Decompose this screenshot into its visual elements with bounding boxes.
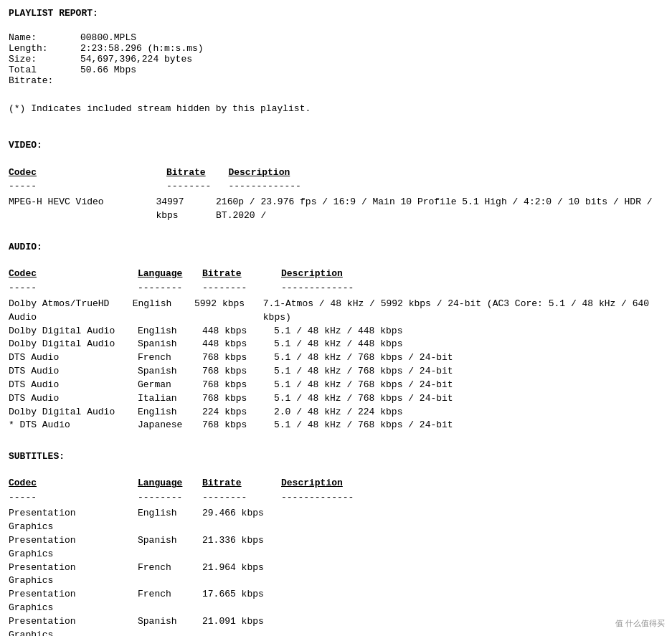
sdivider-lang: -------- [123,491,195,506]
sub-lang: Spanish [123,615,195,636]
audio-bitrate: 448 kbps [195,325,267,338]
size-label: Size: [9,54,80,65]
audio-data-row: DTS Audio Spanish 768 kbps 5.1 / 48 kHz … [9,365,663,379]
length-value: 2:23:58.296 (h:m:s.ms) [80,43,663,54]
length-row: Length: 2:23:58.296 (h:m:s.ms) [9,43,663,54]
subtitles-table: Codec Language Bitrate Description -----… [9,477,663,506]
audio-codec: Dolby Digital Audio [9,325,123,338]
audio-lang: German [123,379,195,392]
bitrate-row: Total Bitrate: 50.66 Mbps [9,65,663,86]
audio-lang: English [118,298,187,325]
audio-lang: English [123,325,195,338]
sub-codec: Presentation Graphics [9,615,123,636]
sub-bitrate: 29.466 kbps [195,507,288,534]
watermark: 值 什么值得买 [615,618,665,629]
video-col-desc: Description [214,166,663,181]
report-title: PLAYLIST REPORT: [9,7,663,20]
sdivider-desc: ------------- [274,491,663,506]
video-col-bitrate: Bitrate [123,166,214,181]
sub-col-bitrate: Bitrate [195,477,274,491]
audio-bitrate: 768 kbps [195,419,267,432]
audio-data-row: DTS Audio French 768 kbps 5.1 / 48 kHz /… [9,351,663,365]
name-label: Name: [9,32,80,43]
subtitle-data-row: Presentation Graphics French 21.964 kbps [9,561,663,589]
video-divider: ----- -------- ------------- [9,180,663,194]
audio-lang: Italian [123,392,195,406]
audio-lang: Japanese [123,419,195,432]
video-desc: 2160p / 23.976 fps / 16:9 / Main 10 Prof… [202,196,663,223]
sub-bitrate: 21.091 kbps [195,615,288,636]
audio-bitrate: 448 kbps [195,338,267,351]
bitrate-label: Total Bitrate: [9,65,80,86]
subtitle-data-row: Presentation Graphics Spanish 21.091 kbp… [9,615,663,636]
audio-lang: Spanish [123,338,195,351]
audio-bitrate: 224 kbps [195,406,267,419]
audio-codec: Dolby Digital Audio [9,406,123,419]
sub-desc [288,507,295,534]
audio-desc: 5.1 / 48 kHz / 768 kbps / 24-bit [267,419,453,432]
size-value: 54,697,396,224 bytes [80,54,663,65]
size-row: Size: 54,697,396,224 bytes [9,54,663,65]
sub-lang: Spanish [123,534,195,561]
audio-desc: 5.1 / 48 kHz / 768 kbps / 24-bit [267,351,453,365]
sub-divider: ----- -------- -------- ------------- [9,491,663,506]
video-col-headers: Codec Bitrate Description [9,166,663,181]
length-label: Length: [9,43,80,54]
sub-col-desc: Description [274,477,663,491]
sub-lang: French [123,561,195,589]
audio-desc: 5.1 / 48 kHz / 768 kbps / 24-bit [267,379,453,392]
audio-data-row: Dolby Atmos/TrueHD Audio English 5992 kb… [9,298,663,325]
bitrate-value: 50.66 Mbps [80,65,663,86]
audio-codec: DTS Audio [9,379,123,392]
audio-table: Codec Language Bitrate Description -----… [9,267,663,296]
audio-data-row: Dolby Digital Audio English 224 kbps 2.0… [9,406,663,419]
audio-desc: 5.1 / 48 kHz / 448 kbps [267,325,402,338]
audio-codec: Dolby Atmos/TrueHD Audio [9,298,118,325]
audio-section-header: AUDIO: [9,241,663,254]
audio-desc: 5.1 / 48 kHz / 768 kbps / 24-bit [267,392,453,406]
audio-bitrate: 768 kbps [195,379,267,392]
audio-rows: Dolby Atmos/TrueHD Audio English 5992 kb… [9,298,663,432]
adivider-codec: ----- [9,282,123,296]
subtitles-section-header: SUBTITLES: [9,450,663,463]
audio-col-bitrate: Bitrate [195,267,274,282]
sub-desc [288,561,295,589]
sub-lang: French [123,588,195,615]
audio-codec: DTS Audio [9,351,123,365]
audio-bitrate: 768 kbps [195,365,267,379]
name-value: 00800.MPLS [80,32,663,43]
audio-col-desc: Description [274,267,663,282]
subtitle-data-row: Presentation Graphics English 29.466 kbp… [9,507,663,534]
audio-desc: 5.1 / 48 kHz / 448 kbps [267,338,402,351]
video-codec: MPEG-H HEVC Video [9,196,113,223]
divider-desc: ------------- [214,180,663,194]
video-data-row: MPEG-H HEVC Video 34997 kbps 2160p / 23.… [9,196,663,223]
video-bitrate: 34997 kbps [113,196,202,223]
sub-codec: Presentation Graphics [9,561,123,589]
audio-col-lang: Language [123,267,195,282]
audio-data-row: Dolby Digital Audio English 448 kbps 5.1… [9,325,663,338]
name-row: Name: 00800.MPLS [9,32,663,43]
audio-divider: ----- -------- -------- ------------- [9,282,663,296]
audio-lang: Spanish [123,365,195,379]
sub-bitrate: 17.665 kbps [195,588,288,615]
report-container: PLAYLIST REPORT: Name: 00800.MPLS Length… [9,7,663,636]
sub-col-codec: Codec [9,477,123,491]
video-rows: MPEG-H HEVC Video 34997 kbps 2160p / 23.… [9,196,663,223]
sub-desc [288,615,295,636]
audio-data-row: * DTS Audio Japanese 768 kbps 5.1 / 48 k… [9,419,663,432]
audio-codec: DTS Audio [9,392,123,406]
subtitle-rows: Presentation Graphics English 29.466 kbp… [9,507,663,636]
adivider-desc: ------------- [274,282,663,296]
audio-lang: English [123,406,195,419]
audio-desc: 2.0 / 48 kHz / 224 kbps [267,406,402,419]
video-section-header: VIDEO: [9,139,663,152]
audio-codec: Dolby Digital Audio [9,338,123,351]
sdivider-bitrate: -------- [195,491,274,506]
divider-codec: ----- [9,180,123,194]
audio-desc: 5.1 / 48 kHz / 768 kbps / 24-bit [267,365,453,379]
sub-bitrate: 21.964 kbps [195,561,288,589]
note-text: (*) Indicates included stream hidden by … [9,103,663,115]
divider-bitrate: -------- [123,180,214,194]
sub-codec: Presentation Graphics [9,588,123,615]
